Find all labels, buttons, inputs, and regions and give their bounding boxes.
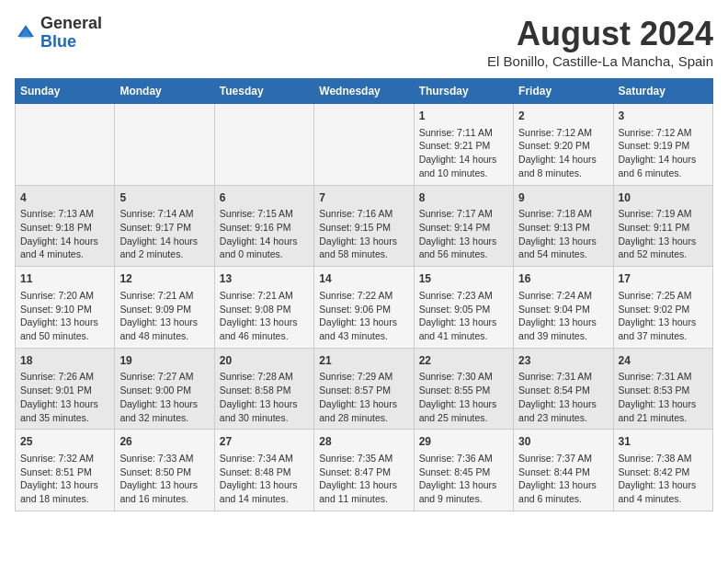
day-info: and 4 minutes. [619, 492, 708, 506]
day-number: 16 [518, 271, 608, 287]
day-number: 25 [20, 434, 109, 450]
calendar-cell: 5Sunrise: 7:14 AMSunset: 9:17 PMDaylight… [115, 185, 214, 267]
calendar-cell: 26Sunrise: 7:33 AMSunset: 8:50 PMDayligh… [115, 430, 214, 511]
calendar-cell: 25Sunrise: 7:32 AMSunset: 8:51 PMDayligh… [16, 430, 115, 511]
day-info: and 48 minutes. [119, 329, 209, 343]
day-info: Sunset: 8:42 PM [619, 465, 708, 479]
day-info: Sunrise: 7:16 AM [319, 207, 408, 221]
day-info: and 18 minutes. [20, 492, 109, 506]
day-info: and 9 minutes. [419, 492, 508, 506]
day-info: Sunset: 9:00 PM [119, 384, 209, 397]
day-info: and 56 minutes. [419, 247, 508, 261]
calendar-table: Sunday Monday Tuesday Wednesday Thursday… [15, 78, 713, 511]
day-info: Sunrise: 7:36 AM [419, 452, 508, 465]
day-info: Sunrise: 7:21 AM [119, 289, 209, 303]
day-number: 18 [20, 353, 109, 369]
day-number: 9 [518, 190, 608, 206]
day-info: Sunrise: 7:21 AM [220, 289, 309, 303]
day-info: Sunset: 9:08 PM [220, 303, 309, 316]
day-info: Daylight: 13 hours [518, 235, 608, 248]
day-info: and 16 minutes. [119, 492, 209, 506]
day-info: and 35 minutes. [20, 411, 109, 425]
day-info: Sunset: 9:06 PM [319, 303, 408, 316]
day-info: Daylight: 13 hours [119, 478, 209, 492]
day-number: 28 [319, 434, 408, 450]
day-info: Daylight: 14 hours [119, 235, 209, 248]
day-info: Sunrise: 7:23 AM [419, 289, 508, 303]
day-info: and 6 minutes. [518, 492, 608, 506]
page-header: General Blue August 2024 El Bonillo, Cas… [15, 15, 713, 69]
day-info: Daylight: 13 hours [220, 397, 309, 411]
day-info: and 14 minutes. [220, 492, 309, 506]
day-info: Sunrise: 7:38 AM [619, 452, 708, 465]
col-friday: Friday [514, 79, 613, 104]
day-info: Sunset: 8:45 PM [419, 465, 508, 479]
day-info: Sunrise: 7:35 AM [319, 452, 408, 465]
day-info: Sunset: 8:47 PM [319, 465, 408, 479]
day-info: Sunset: 9:17 PM [119, 221, 209, 235]
calendar-cell: 3Sunrise: 7:12 AMSunset: 9:19 PMDaylight… [613, 104, 712, 186]
day-info: Sunrise: 7:27 AM [119, 370, 209, 384]
calendar-cell: 29Sunrise: 7:36 AMSunset: 8:45 PMDayligh… [414, 430, 513, 511]
calendar-cell: 24Sunrise: 7:31 AMSunset: 8:53 PMDayligh… [613, 348, 712, 430]
day-info: Daylight: 14 hours [419, 153, 508, 167]
calendar-cell: 17Sunrise: 7:25 AMSunset: 9:02 PMDayligh… [613, 267, 712, 349]
day-info: and 54 minutes. [518, 247, 608, 261]
calendar-cell: 28Sunrise: 7:35 AMSunset: 8:47 PMDayligh… [314, 430, 414, 511]
day-info: and 25 minutes. [419, 411, 508, 425]
day-info: and 58 minutes. [319, 247, 408, 261]
day-info: Sunrise: 7:25 AM [619, 289, 708, 303]
day-info: Daylight: 13 hours [419, 235, 508, 248]
day-number: 2 [518, 109, 608, 124]
day-number: 8 [419, 190, 508, 206]
day-info: Sunrise: 7:31 AM [619, 370, 708, 384]
day-number: 4 [20, 190, 109, 206]
calendar-cell: 4Sunrise: 7:13 AMSunset: 9:18 PMDaylight… [16, 185, 115, 267]
calendar-cell: 19Sunrise: 7:27 AMSunset: 9:00 PMDayligh… [115, 348, 214, 430]
day-info: Daylight: 13 hours [319, 316, 408, 329]
col-sunday: Sunday [16, 79, 115, 104]
day-info: Daylight: 13 hours [20, 316, 109, 329]
calendar-row: 18Sunrise: 7:26 AMSunset: 9:01 PMDayligh… [16, 348, 713, 430]
calendar-cell [16, 104, 115, 186]
calendar-cell: 16Sunrise: 7:24 AMSunset: 9:04 PMDayligh… [514, 267, 613, 349]
day-info: and 37 minutes. [619, 329, 708, 343]
day-number: 23 [518, 353, 608, 369]
day-info: Sunset: 8:57 PM [319, 384, 408, 397]
day-info: Sunset: 9:10 PM [20, 303, 109, 316]
day-number: 29 [419, 434, 508, 450]
day-info: Daylight: 13 hours [619, 397, 708, 411]
day-info: Sunset: 9:05 PM [419, 303, 508, 316]
day-number: 30 [518, 434, 608, 450]
day-info: Sunrise: 7:13 AM [20, 207, 109, 221]
day-info: and 52 minutes. [619, 247, 708, 261]
day-info: Daylight: 13 hours [319, 478, 408, 492]
logo-icon [15, 22, 37, 44]
calendar-cell [115, 104, 214, 186]
day-info: Sunset: 9:19 PM [619, 139, 708, 153]
calendar-cell: 1Sunrise: 7:11 AMSunset: 9:21 PMDaylight… [414, 104, 513, 186]
day-info: Sunrise: 7:19 AM [619, 207, 708, 221]
day-info: Sunset: 9:11 PM [619, 221, 708, 235]
day-info: Daylight: 13 hours [619, 478, 708, 492]
page-subtitle: El Bonillo, Castille-La Mancha, Spain [487, 53, 713, 69]
calendar-cell: 23Sunrise: 7:31 AMSunset: 8:54 PMDayligh… [514, 348, 613, 430]
logo-blue: Blue [40, 32, 76, 51]
day-info: Daylight: 13 hours [119, 316, 209, 329]
day-number: 31 [619, 434, 708, 450]
day-number: 22 [419, 353, 508, 369]
day-info: and 11 minutes. [319, 492, 408, 506]
calendar-cell: 15Sunrise: 7:23 AMSunset: 9:05 PMDayligh… [414, 267, 513, 349]
day-info: Sunset: 9:04 PM [518, 303, 608, 316]
day-info: and 4 minutes. [20, 247, 109, 261]
calendar-row: 11Sunrise: 7:20 AMSunset: 9:10 PMDayligh… [16, 267, 713, 349]
calendar-cell: 7Sunrise: 7:16 AMSunset: 9:15 PMDaylight… [314, 185, 414, 267]
day-info: Sunrise: 7:17 AM [419, 207, 508, 221]
day-info: Sunrise: 7:31 AM [518, 370, 608, 384]
day-info: Daylight: 14 hours [20, 235, 109, 248]
day-info: Sunset: 9:14 PM [419, 221, 508, 235]
day-info: Daylight: 13 hours [619, 235, 708, 248]
logo-general: General [40, 14, 102, 32]
calendar-cell: 27Sunrise: 7:34 AMSunset: 8:48 PMDayligh… [214, 430, 313, 511]
calendar-cell: 30Sunrise: 7:37 AMSunset: 8:44 PMDayligh… [514, 430, 613, 511]
